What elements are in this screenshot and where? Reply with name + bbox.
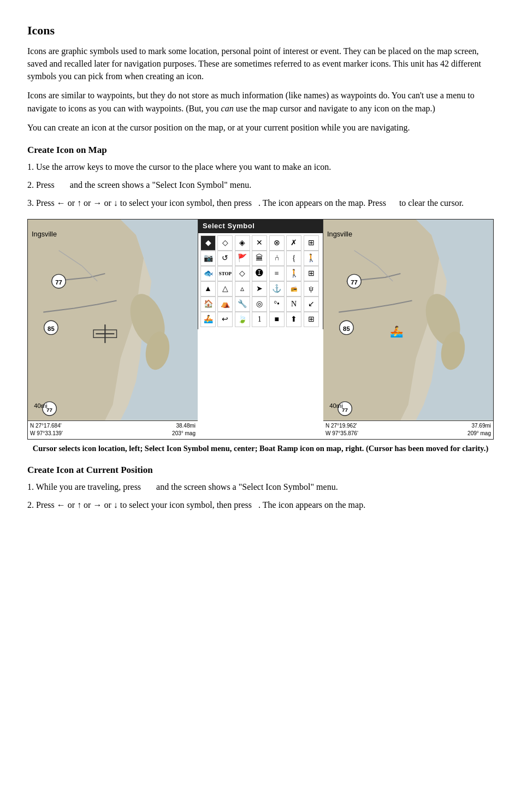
symbol-fish[interactable]: 🐟	[200, 266, 216, 281]
symbol-grid-box[interactable]: ⊞	[304, 266, 319, 281]
symbol-x-circle[interactable]: ⊗	[269, 235, 285, 251]
symbol-triangle-up[interactable]: ▵	[235, 281, 250, 297]
intro-paragraph-3: You can create an icon at the cursor pos…	[27, 121, 494, 134]
figure-container: 77 85 77 Ingsville 40mi N 27°	[27, 219, 494, 454]
symbol-person2[interactable]: 🚶	[286, 266, 301, 281]
svg-text:Ingsville: Ingsville	[32, 230, 57, 238]
symbol-diamond-small[interactable]: ◇	[235, 266, 250, 281]
select-symbol-header: Select Symbol	[198, 220, 323, 233]
left-map-wrapper: 77 85 77 Ingsville 40mi N 27°	[28, 220, 198, 439]
symbol-arrow-right[interactable]: ➤	[252, 281, 267, 297]
section2-title: Create Icon at Current Position	[27, 464, 494, 477]
symbol-camera[interactable]: 📷	[200, 251, 216, 266]
or-text-inline3: or	[104, 198, 111, 208]
or-text-inline2: or	[84, 198, 91, 208]
symbol-flag[interactable]: 🚩	[235, 251, 250, 266]
symbol-grid[interactable]: ◆ ◇ ◈ ✕ ⊗ ✗ ⊞ 📷 ↺ 🚩 🏛 ⑃ { 🚶 🐟 STOP ◇ 🅘	[198, 233, 323, 329]
symbol-square-filled[interactable]: ■	[269, 312, 285, 327]
symbol-x-box[interactable]: ✕	[252, 235, 267, 251]
symbol-up-arrow[interactable]: ⬆	[286, 312, 301, 327]
symbol-N[interactable]: N	[286, 297, 301, 312]
right-coord1: N 27°19.962'	[325, 423, 357, 429]
symbol-boat-ramp[interactable]: 🚣	[200, 312, 216, 327]
symbol-arrow[interactable]: ↺	[217, 251, 233, 266]
right-coord2: W 97°35.876'	[325, 430, 358, 436]
or-text-2c: or	[104, 500, 111, 509]
symbol-diamond-filled[interactable]: ◆	[200, 235, 216, 251]
right-map-info: N 27°19.962' W 97°35.876' 37.69mi 209° m…	[323, 420, 493, 439]
symbol-bracket[interactable]: {	[286, 251, 301, 266]
italic-can: can	[221, 104, 234, 113]
left-coord1: N 27°17.684'	[30, 423, 62, 429]
step5-text: 2. Press ← or ↑ or → or ↓ to select your…	[27, 499, 494, 511]
step2-text: 2. Press and the screen shows a "Select …	[27, 179, 494, 191]
svg-text:🚣: 🚣	[390, 325, 404, 338]
right-map: 77 85 77 🚣 Ingsville 40mi	[323, 220, 493, 420]
symbol-circle-dot[interactable]: ◎	[252, 297, 267, 312]
page-title: Icons	[27, 22, 494, 39]
right-dist: 37.69mi	[471, 423, 491, 429]
svg-text:77: 77	[351, 279, 358, 286]
intro-paragraph-2: Icons are similar to waypoints, but they…	[27, 89, 494, 114]
symbol-tent[interactable]: ⛺	[217, 297, 233, 312]
or-text-2a: or	[68, 500, 75, 509]
right-bearing: 209° mag	[467, 430, 491, 436]
or-text-inline: or	[68, 198, 75, 208]
step3-text: 3. Press ← or ↑ or → or ↓ to select your…	[27, 197, 494, 209]
symbol-building[interactable]: 🏛	[252, 251, 267, 266]
or-text-2b: or	[84, 500, 91, 509]
symbol-number1[interactable]: 1	[252, 312, 267, 327]
symbol-info[interactable]: 🅘	[252, 266, 267, 281]
symbol-building2[interactable]: 🏠	[200, 297, 216, 312]
symbol-triangle-filled[interactable]: ▲	[200, 281, 216, 297]
svg-text:85: 85	[48, 325, 55, 332]
symbol-lines[interactable]: ≡	[269, 266, 285, 281]
svg-text:Ingsville: Ingsville	[327, 230, 352, 238]
select-symbol-panel: Select Symbol ◆ ◇ ◈ ✕ ⊗ ✗ ⊞ 📷 ↺ 🚩 🏛 ⑃ { …	[198, 220, 323, 329]
step4-text: 1. While you are traveling, press and th…	[27, 481, 494, 493]
symbol-person[interactable]: 🚶	[304, 251, 319, 266]
symbol-arrow-down[interactable]: ↙	[304, 297, 319, 312]
svg-text:85: 85	[343, 325, 350, 332]
svg-text:40mi: 40mi	[34, 402, 48, 409]
symbol-back-arrow[interactable]: ↩	[217, 312, 233, 327]
symbol-plus-box[interactable]: ⊞	[304, 235, 319, 251]
left-coord2: W 97°33.139'	[30, 430, 63, 436]
symbol-x-outline[interactable]: ✗	[286, 235, 301, 251]
symbol-dots[interactable]: °•	[269, 297, 285, 312]
left-bearing: 203° mag	[172, 430, 196, 436]
svg-text:40mi: 40mi	[329, 402, 343, 409]
symbol-table[interactable]: ⊞	[304, 312, 319, 327]
symbol-fork2[interactable]: ψ	[304, 281, 319, 297]
symbol-stop[interactable]: STOP	[217, 266, 233, 281]
figure-caption: Cursor selects icon location, left; Sele…	[33, 443, 488, 454]
symbol-triangle-outline[interactable]: △	[217, 281, 233, 297]
step1-text: 1. Use the arrow keys to move the cursor…	[27, 161, 494, 173]
symbol-wrench[interactable]: 🔧	[235, 297, 250, 312]
left-dist: 38.48mi	[176, 423, 196, 429]
symbol-radio[interactable]: 📻	[286, 281, 301, 297]
maps-row: 77 85 77 Ingsville 40mi N 27°	[27, 219, 494, 440]
symbol-anchor[interactable]: ⚓	[269, 281, 285, 297]
symbol-leaf[interactable]: 🍃	[235, 312, 250, 327]
left-map-info: N 27°17.684' W 97°33.139' 38.48mi 203° m…	[28, 420, 198, 439]
svg-text:77: 77	[55, 279, 62, 286]
symbol-diamond-dot[interactable]: ◈	[235, 235, 250, 251]
left-map: 77 85 77 Ingsville 40mi	[28, 220, 198, 420]
intro-paragraph-1: Icons are graphic symbols used to mark s…	[27, 45, 494, 83]
right-map-wrapper: 77 85 77 🚣 Ingsville 40mi N 27°19.962' W	[323, 220, 493, 439]
section1-title: Create Icon on Map	[27, 144, 494, 157]
symbol-diamond-outline[interactable]: ◇	[217, 235, 233, 251]
symbol-fork[interactable]: ⑃	[269, 251, 285, 266]
